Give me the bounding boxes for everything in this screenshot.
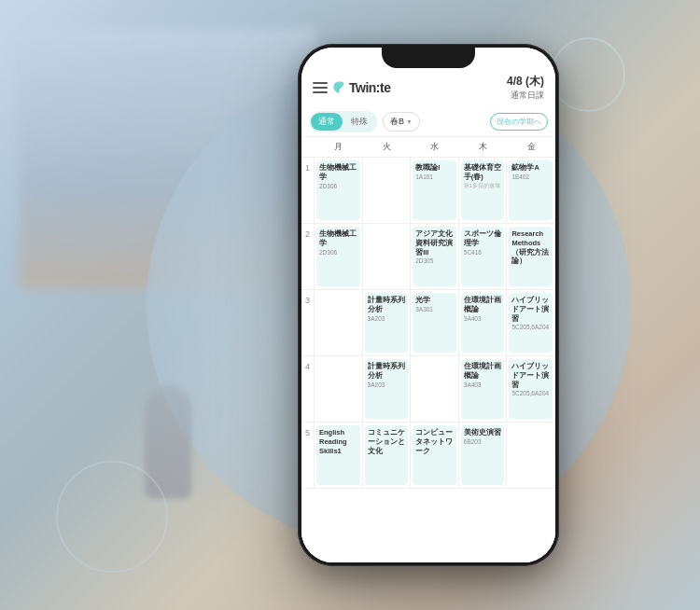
course-room: 3A403 xyxy=(464,381,502,388)
header-schedule-type: 通常日課 xyxy=(507,90,544,102)
timetable-cell[interactable]: ハイブリッドアート演習5C205,6A204 xyxy=(507,290,555,355)
timetable-cell[interactable]: コンピュータネットワーク xyxy=(411,423,459,488)
course-card[interactable]: ハイブリッドアート演習5C205,6A204 xyxy=(509,359,553,419)
course-room: 3A203 xyxy=(368,381,406,388)
course-card[interactable]: 鉱物学A1E402 xyxy=(509,160,553,220)
row-number: 2 xyxy=(301,224,315,289)
timetable-body: 1生物機械工学2D306教職論I1A101基礎体育空手(春)第1多目的遊場鉱物学… xyxy=(301,158,555,561)
course-room: 5C416 xyxy=(464,249,502,256)
timetable-cell[interactable]: アジア文化資料研究演習III2D305 xyxy=(411,224,459,289)
course-name: 教職論I xyxy=(415,163,454,173)
timetable-cell[interactable]: コミュニケーションと文化 xyxy=(363,423,412,488)
timetable-cell[interactable]: 生物機械工学2D306 xyxy=(315,224,363,289)
header-right: 4/8 (木) 通常日課 xyxy=(507,74,544,102)
course-room: 2D306 xyxy=(319,249,357,256)
course-room: 2D306 xyxy=(319,183,357,189)
timetable-cell[interactable]: 住環境計画概論3A403 xyxy=(459,290,508,355)
timetable-row: 1生物機械工学2D306教職論I1A101基礎体育空手(春)第1多目的遊場鉱物学… xyxy=(301,158,555,224)
chevron-down-icon: ▼ xyxy=(406,118,413,125)
course-card[interactable]: English Reading Skills1 xyxy=(316,425,360,485)
timetable-cell[interactable]: 計量時系列分析3A203 xyxy=(363,290,412,355)
course-name: English Reading Skills1 xyxy=(319,428,357,455)
course-name: アジア文化資料研究演習III xyxy=(415,229,454,256)
timetable-cell[interactable]: Research Methods（研究方法論） xyxy=(507,224,555,289)
timetable-row: 4計量時系列分析3A203住環境計画概論3A403ハイブリッドアート演習5C20… xyxy=(301,356,555,423)
row-number: 3 xyxy=(301,290,315,355)
timetable-row: 5English Reading Skills1コミュニケーションと文化コンピュ… xyxy=(301,423,555,489)
timetable-cell[interactable]: スポーツ倫理学5C416 xyxy=(459,224,508,289)
course-card[interactable]: スポーツ倫理学5C416 xyxy=(461,227,505,286)
course-room: 5C205,6A204 xyxy=(511,324,550,330)
header-col-fri: 金 xyxy=(507,137,555,157)
current-term-button[interactable]: 現在の学期へ xyxy=(490,113,548,131)
course-card[interactable]: コミュニケーションと文化 xyxy=(365,425,409,485)
course-card[interactable]: 住環境計画概論3A403 xyxy=(461,293,505,353)
timetable-cell xyxy=(411,356,459,422)
menu-icon[interactable] xyxy=(313,82,328,93)
course-name: コンピュータネットワーク xyxy=(415,428,454,455)
course-name: 基礎体育空手(春) xyxy=(464,163,502,182)
timetable-cell[interactable]: 生物機械工学2D306 xyxy=(315,158,363,223)
timetable-cell[interactable]: ハイブリッドアート演習5C205,6A204 xyxy=(507,356,555,422)
row-number: 4 xyxy=(301,356,315,422)
timetable-cell[interactable]: 住環境計画概論3A403 xyxy=(459,356,508,422)
timetable-cell[interactable]: 美術史演習6B203 xyxy=(459,423,508,488)
course-card[interactable]: 計量時系列分析3A203 xyxy=(365,293,409,353)
app-content: Twin:te 4/8 (木) 通常日課 通常 特殊 春B xyxy=(301,48,555,562)
course-room: 3A301 xyxy=(415,306,454,312)
row-number: 5 xyxy=(301,423,315,488)
course-card[interactable]: 光学3A301 xyxy=(413,293,456,353)
timetable-cell xyxy=(363,158,412,223)
logo-area: Twin:te xyxy=(331,80,390,95)
course-card[interactable]: コンピュータネットワーク xyxy=(413,425,456,485)
row-number: 1 xyxy=(301,158,315,223)
course-room: 3A203 xyxy=(368,315,406,322)
course-name: 計量時系列分析 xyxy=(368,296,406,314)
logo-text: Twin:te xyxy=(349,80,390,95)
tab-normal[interactable]: 通常 xyxy=(311,113,343,131)
timetable-cell[interactable]: 基礎体育空手(春)第1多目的遊場 xyxy=(459,158,508,223)
timetable-cell xyxy=(363,224,412,289)
deco-circle-1 xyxy=(551,37,625,112)
tab-bar: 通常 特殊 春B ▼ 現在の学期へ xyxy=(301,107,555,137)
logo-leaf-icon xyxy=(331,80,346,95)
deco-circle-2 xyxy=(56,461,168,573)
header-col-tue: 火 xyxy=(363,137,412,157)
course-card[interactable]: 基礎体育空手(春)第1多目的遊場 xyxy=(461,160,505,220)
timetable-row: 2生物機械工学2D306アジア文化資料研究演習III2D305スポーツ倫理学5C… xyxy=(301,224,555,290)
course-name: スポーツ倫理学 xyxy=(464,229,502,248)
course-room: 3A403 xyxy=(464,315,502,322)
phone-screen: Twin:te 4/8 (木) 通常日課 通常 特殊 春B xyxy=(301,48,555,562)
course-name: コミュニケーションと文化 xyxy=(368,428,406,455)
header-col-num xyxy=(301,137,315,157)
course-note: 第1多目的遊場 xyxy=(464,183,502,189)
phone-wrapper: Twin:te 4/8 (木) 通常日課 通常 特殊 春B xyxy=(298,44,559,566)
header-date: 4/8 (木) xyxy=(507,74,544,90)
course-card[interactable]: 生物機械工学2D306 xyxy=(316,160,360,220)
course-card[interactable]: Research Methods（研究方法論） xyxy=(509,227,553,286)
semester-selector[interactable]: 春B ▼ xyxy=(383,112,420,132)
course-name: 住環境計画概論 xyxy=(464,362,502,381)
course-card[interactable]: 教職論I1A101 xyxy=(413,160,456,220)
timetable-cell[interactable]: 鉱物学A1E402 xyxy=(507,158,555,223)
tab-special[interactable]: 特殊 xyxy=(343,113,375,131)
timetable-cell[interactable]: English Reading Skills1 xyxy=(315,423,363,488)
timetable-cell xyxy=(315,356,363,422)
course-name: 生物機械工学 xyxy=(319,229,357,248)
timetable-cell xyxy=(507,423,555,488)
course-name: ハイブリッドアート演習 xyxy=(511,296,550,323)
course-room: 1A101 xyxy=(415,173,454,180)
course-card[interactable]: 住環境計画概論3A403 xyxy=(461,359,505,419)
timetable-cell[interactable]: 教職論I1A101 xyxy=(411,158,459,223)
timetable-cell[interactable]: 計量時系列分析3A203 xyxy=(363,356,412,422)
course-card[interactable]: 美術史演習6B203 xyxy=(461,425,505,485)
header-col-wed: 水 xyxy=(411,137,459,157)
course-card[interactable]: 生物機械工学2D306 xyxy=(316,227,360,286)
timetable: 月 火 水 木 金 1生物機械工学2D306教職論I1A101基礎体育空手(春)… xyxy=(301,137,555,562)
course-card[interactable]: 計量時系列分析3A203 xyxy=(365,359,409,419)
timetable-cell[interactable]: 光学3A301 xyxy=(411,290,459,355)
timetable-row: 3計量時系列分析3A203光学3A301住環境計画概論3A403ハイブリッドアー… xyxy=(301,290,555,356)
timetable-header: 月 火 水 木 金 xyxy=(301,137,555,158)
course-card[interactable]: ハイブリッドアート演習5C205,6A204 xyxy=(509,293,553,353)
course-card[interactable]: アジア文化資料研究演習III2D305 xyxy=(413,227,456,286)
